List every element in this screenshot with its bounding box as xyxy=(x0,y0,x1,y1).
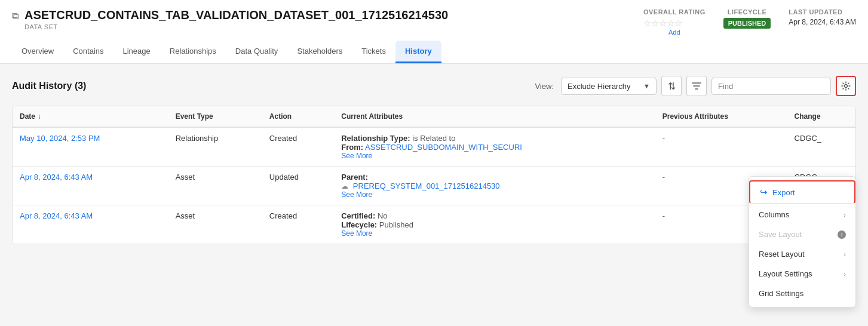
chevron-down-icon: ▼ xyxy=(643,82,650,90)
date-cell: Apr 8, 2024, 6:43 AM xyxy=(13,205,168,244)
tab-data-quality[interactable]: Data Quality xyxy=(226,41,288,63)
view-label: View: xyxy=(535,82,554,91)
audit-table-container: Date ↓ Event Type Action Current Attribu… xyxy=(12,106,856,244)
audit-table: Date ↓ Event Type Action Current Attribu… xyxy=(13,106,855,244)
event-type-cell: Asset xyxy=(168,167,262,205)
tab-relationships[interactable]: Relationships xyxy=(160,41,226,63)
see-more-link[interactable]: See More xyxy=(341,229,648,238)
date-cell: Apr 8, 2024, 6:43 AM xyxy=(13,167,168,205)
dataset-subtitle: DATA SET xyxy=(24,23,448,30)
tab-contains[interactable]: Contains xyxy=(63,41,113,63)
save-layout-label: Save Layout xyxy=(759,230,802,239)
lifecycle-badge: PUBLISHED xyxy=(723,18,771,29)
col-event-type: Event Type xyxy=(168,106,262,127)
action-cell: Created xyxy=(262,205,334,244)
meta-area: OVERALL RATING ☆☆☆☆☆ Add LIFECYCLE PUBLI… xyxy=(643,8,856,36)
add-rating-link[interactable]: Add xyxy=(643,29,706,36)
event-type-cell: Relationship xyxy=(168,127,262,167)
current-attributes-cell: Relationship Type: is Related to From: A… xyxy=(334,127,655,167)
tab-bar: Overview Contains Lineage Relationships … xyxy=(12,41,856,63)
col-previous-attributes: Previous Attributes xyxy=(655,106,787,127)
action-cell: Created xyxy=(262,127,334,167)
rating-block: OVERALL RATING ☆☆☆☆☆ Add xyxy=(643,8,706,36)
previous-attributes-cell: - xyxy=(655,127,787,167)
save-layout-menu-item: Save Layout i xyxy=(749,224,855,244)
gear-icon xyxy=(841,81,851,91)
settings-button[interactable] xyxy=(836,76,856,96)
view-dropdown[interactable]: Exclude Hierarchy ▼ xyxy=(561,78,657,95)
settings-dropdown-menu: ↪ Export Columns › Save Layout i Reset L… xyxy=(749,176,856,256)
lifecycle-block: LIFECYCLE PUBLISHED xyxy=(723,8,771,29)
overall-rating-label: OVERALL RATING xyxy=(643,8,706,16)
date-sort-icon[interactable]: ↓ xyxy=(38,112,41,121)
export-menu-item[interactable]: ↪ Export xyxy=(749,180,855,204)
info-icon: i xyxy=(838,230,846,239)
title-area: ⧉ ASETCRUD_CONTAINS_TAB_VALIDATION_DATAS… xyxy=(12,8,448,30)
from-link[interactable]: ASSETCRUD_SUBDOMAIN_WITH_SECURI xyxy=(363,143,522,152)
action-cell: Updated xyxy=(262,167,334,205)
see-more-link[interactable]: See More xyxy=(341,152,648,160)
filter-icon xyxy=(692,81,701,91)
current-attributes-cell: Parent: ☁ PREREQ_SYSTEM_001_171251621453… xyxy=(334,167,655,205)
see-more-link[interactable]: See More xyxy=(341,190,648,199)
last-updated-label: LAST UPDATED xyxy=(789,8,856,16)
last-updated-block: LAST UPDATED Apr 8, 2024, 6:43 AM xyxy=(789,8,856,26)
audit-header: Audit History (3) View: Exclude Hierarch… xyxy=(12,76,856,96)
reset-layout-label: Reset Layout xyxy=(759,250,805,256)
reset-layout-menu-item[interactable]: Reset Layout › xyxy=(749,244,855,256)
view-dropdown-value: Exclude Hierarchy xyxy=(568,82,631,91)
chevron-right-icon: › xyxy=(844,251,846,257)
svg-point-0 xyxy=(845,85,848,88)
header-top: ⧉ ASETCRUD_CONTAINS_TAB_VALIDATION_DATAS… xyxy=(12,8,856,36)
tab-overview[interactable]: Overview xyxy=(12,41,63,63)
table-header: Date ↓ Event Type Action Current Attribu… xyxy=(13,106,855,127)
copy-icon[interactable]: ⧉ xyxy=(12,11,19,21)
export-label: Export xyxy=(772,188,845,197)
columns-label: Columns xyxy=(759,210,789,219)
last-updated-value: Apr 8, 2024, 6:43 AM xyxy=(789,18,856,26)
audit-title: Audit History (3) xyxy=(12,81,86,91)
tab-lineage[interactable]: Lineage xyxy=(114,41,160,63)
export-icon: ↪ xyxy=(760,187,768,198)
lifecycle-label: LIFECYCLE xyxy=(723,8,771,16)
table-body: May 10, 2024, 2:53 PM Relationship Creat… xyxy=(13,127,855,244)
main-content: Audit History (3) View: Exclude Hierarch… xyxy=(0,64,868,256)
tab-tickets[interactable]: Tickets xyxy=(352,41,395,63)
cloud-icon: ☁ xyxy=(341,182,348,190)
find-input[interactable] xyxy=(711,78,831,95)
table-row: Apr 8, 2024, 6:43 AM Asset Updated Paren… xyxy=(13,167,855,205)
chevron-right-icon: › xyxy=(844,211,846,219)
col-date: Date ↓ xyxy=(13,106,168,127)
page-header: ⧉ ASETCRUD_CONTAINS_TAB_VALIDATION_DATAS… xyxy=(0,0,868,64)
change-cell: CDGC_ xyxy=(787,127,855,167)
table-row: May 10, 2024, 2:53 PM Relationship Creat… xyxy=(13,127,855,167)
star-rating[interactable]: ☆☆☆☆☆ xyxy=(643,18,706,29)
col-action: Action xyxy=(262,106,334,127)
prereq-link[interactable]: PREREQ_SYSTEM_001_1712516214530 xyxy=(353,182,500,190)
event-type-cell: Asset xyxy=(168,205,262,244)
columns-menu-item[interactable]: Columns › xyxy=(749,205,855,224)
filter-button[interactable] xyxy=(686,76,707,96)
sort-toggle-button[interactable]: ⇅ xyxy=(661,76,682,96)
tab-history[interactable]: History xyxy=(395,41,441,63)
col-current-attributes: Current Attributes xyxy=(334,106,655,127)
date-cell: May 10, 2024, 2:53 PM xyxy=(13,127,168,167)
col-change: Change xyxy=(787,106,855,127)
controls-bar: View: Exclude Hierarchy ▼ ⇅ xyxy=(535,76,856,96)
page-title: ASETCRUD_CONTAINS_TAB_VALIDATION_DATASET… xyxy=(24,8,448,22)
title-block: ASETCRUD_CONTAINS_TAB_VALIDATION_DATASET… xyxy=(24,8,448,30)
table-row: Apr 8, 2024, 6:43 AM Asset Created Certi… xyxy=(13,205,855,244)
tab-stakeholders[interactable]: Stakeholders xyxy=(287,41,352,63)
current-attributes-cell: Certified: No Lifecycle: Published See M… xyxy=(334,205,655,244)
